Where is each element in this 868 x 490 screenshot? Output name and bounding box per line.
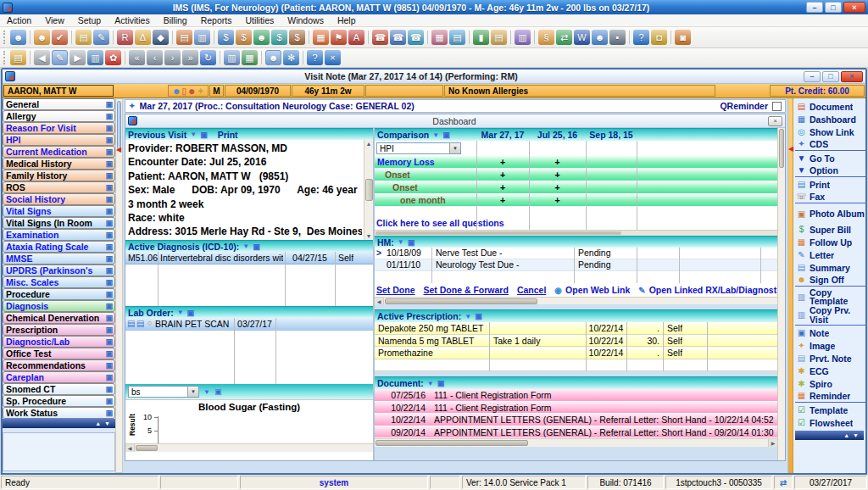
chart-type-select[interactable]: bs ▼ (128, 386, 199, 398)
filter-icon[interactable]: ▼ (242, 242, 249, 250)
toolbar-icon[interactable]: ✎ (52, 50, 68, 65)
right-nav-item[interactable]: ▣ Photo Album (795, 204, 865, 223)
note-icon[interactable]: ▣ (105, 385, 113, 393)
note-icon[interactable]: ▣ (105, 219, 113, 227)
right-nav-item[interactable]: ▥ Copy Template (795, 287, 865, 306)
app-maximize-button[interactable]: □ (825, 2, 842, 13)
right-nav-item[interactable]: ▼ Option (795, 164, 865, 177)
expand-icon[interactable]: ▣ (200, 131, 208, 139)
toolbar-icon[interactable]: ? (307, 50, 323, 65)
expand-icon[interactable]: ▣ (214, 387, 222, 396)
toolbar-icon[interactable] (303, 51, 303, 64)
scrollbar-thumb[interactable] (365, 179, 373, 201)
left-nav-item[interactable]: Recommendations ▣ (3, 359, 115, 371)
comparison-row[interactable]: one month + + (375, 194, 777, 207)
toolbar-icon[interactable]: ▤ (176, 30, 192, 45)
toolbar-icon[interactable]: ▶ (70, 50, 86, 65)
toolbar-icon[interactable]: R (117, 30, 133, 45)
note-icon[interactable]: ▣ (105, 100, 113, 109)
left-nav-item[interactable]: Sp. Procedure ▣ (3, 395, 115, 407)
toolbar-icon[interactable] (30, 31, 31, 44)
prescription-row[interactable]: Namenda 5 mg TABLET Take 1 daily 10/22/1… (375, 335, 777, 348)
right-nav-item[interactable]: ✦ Image (795, 339, 865, 352)
menu-item[interactable]: Action (0, 15, 38, 25)
document-row[interactable]: 10/22/14 111 - Client Registration Form (375, 402, 777, 415)
toolbar-icon[interactable]: A (348, 30, 364, 45)
expand-icon[interactable]: ▣ (187, 309, 195, 317)
patient-icon[interactable]: ▯ (182, 86, 187, 96)
comparison-row[interactable]: Onset + + (375, 169, 777, 181)
app-minimize-button[interactable]: – (806, 2, 823, 13)
right-nav-item[interactable]: ▥ Copy Prv. Visit (795, 306, 865, 326)
filter-icon[interactable]: ▼ (432, 131, 439, 139)
toolbar-icon[interactable]: ? (633, 30, 649, 45)
toolbar-icon[interactable] (427, 31, 428, 44)
right-nav-item[interactable]: ✱ ECG (795, 365, 865, 377)
toolbar-icon[interactable] (510, 31, 511, 44)
left-nav-item[interactable]: Examination ▣ (3, 229, 115, 241)
toolbar-icon[interactable]: ▮ (473, 30, 489, 45)
toolbar-icon[interactable]: ‹ (147, 50, 163, 65)
left-nav-item[interactable]: Social History ▣ (3, 193, 115, 205)
scrollbar-thumb[interactable] (376, 440, 528, 446)
filter-icon[interactable]: ▼ (465, 313, 471, 320)
toolbar-icon[interactable]: ▦ (242, 50, 258, 65)
left-nav-item[interactable]: Reason For Visit ▣ (3, 122, 115, 134)
left-nav-item[interactable]: UPDRS (Parkinson's ▣ (3, 264, 115, 276)
left-nav-item[interactable]: Prescription ▣ (3, 324, 115, 336)
right-nav-item[interactable]: ✎ Letter (795, 248, 865, 261)
patient-icon[interactable]: ☻ (172, 86, 181, 96)
left-nav-item[interactable]: Medical History ▣ (3, 158, 115, 170)
document-row[interactable]: 10/22/14 APPOINTMENT LETTERS (GENERAL) -… (375, 414, 777, 426)
left-nav-item[interactable]: Diagnostic/Lab ▣ (3, 336, 115, 348)
toolbar-icon[interactable]: ☻ (592, 30, 608, 45)
toolbar-icon[interactable]: » (182, 50, 198, 65)
splitter-arrow-icon[interactable]: ◀ (116, 147, 121, 153)
left-nav-item[interactable]: Careplan ▣ (3, 371, 115, 383)
note-icon[interactable]: ▣ (105, 231, 113, 239)
menu-item[interactable]: Reports (194, 15, 239, 25)
hm-action-link[interactable]: Set Done (376, 285, 415, 295)
comparison-section-select[interactable]: HPI ▼ (376, 142, 461, 154)
toolbar-icon[interactable]: ✔ (52, 30, 68, 45)
toolbar-icon[interactable]: ▦ (431, 30, 448, 45)
left-nav-item[interactable]: Vital Signs ▣ (3, 205, 115, 217)
menu-item[interactable]: Help (331, 15, 363, 25)
toolbar-icon[interactable]: ⇄ (556, 30, 572, 45)
toolbar-icon[interactable]: ◙ (675, 30, 691, 45)
right-nav-item[interactable]: ▦ Dashboard (795, 113, 865, 125)
note-icon[interactable]: ▣ (105, 397, 113, 405)
toolbar-icon[interactable] (214, 31, 214, 44)
toolbar-icon[interactable]: § (538, 30, 554, 45)
toolbar-icon[interactable]: ☎ (408, 30, 424, 45)
note-icon[interactable]: ▣ (105, 195, 113, 203)
comparison-row[interactable]: Onset + + (375, 181, 777, 194)
filter-icon[interactable]: ▼ (190, 131, 197, 138)
prescription-row[interactable]: Depakote 250 mg TABLET DR 10/22/14 . Sel… (375, 322, 777, 335)
toolbar-icon[interactable]: ☻ (10, 30, 26, 45)
menu-item[interactable]: View (38, 15, 71, 25)
prescription-row[interactable] (375, 359, 777, 372)
scrollbar-thumb[interactable] (376, 231, 621, 235)
toolbar-icon[interactable]: ✎ (93, 30, 109, 45)
toolbar-icon[interactable]: ☎ (372, 30, 388, 45)
document-horizontal-scrollbar[interactable]: ▶ (375, 438, 777, 447)
toolbar-icon[interactable]: › (164, 50, 181, 65)
toolbar-icon[interactable]: ▤ (491, 30, 507, 45)
filter-icon[interactable]: ▼ (427, 380, 434, 387)
right-nav-scroll-bar[interactable]: ▲ ▼ (795, 431, 864, 440)
see-all-questions-link[interactable]: Click here to see all questions (375, 218, 777, 230)
previous-visit-scrollbar[interactable]: ▲ ▼ (364, 140, 373, 240)
diagnosis-row[interactable]: M51.06 Intervertebral disc disorders wit… (125, 252, 373, 264)
toolbar-icon[interactable]: ▥ (515, 30, 531, 45)
toolbar-icon[interactable]: ✿ (105, 50, 121, 65)
toolbar-icon[interactable]: ✻ (283, 50, 299, 65)
toolbar-icon[interactable] (469, 31, 470, 44)
right-nav-item[interactable]: ◎ Show Link (795, 125, 865, 138)
filter-icon[interactable]: ▼ (203, 388, 210, 396)
filter-icon[interactable]: ▼ (398, 238, 404, 246)
scroll-left-icon[interactable]: ◀ (125, 444, 135, 452)
left-nav-item[interactable]: Work Status ▣ (3, 407, 115, 419)
toolbar-icon[interactable] (113, 31, 114, 44)
toolbar-icon[interactable]: × (325, 50, 341, 65)
